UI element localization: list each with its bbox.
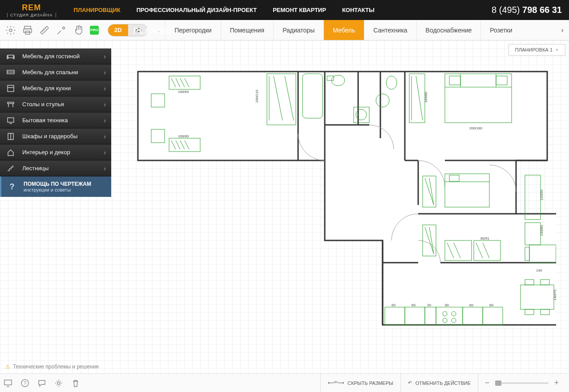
canvas[interactable]: ПЛАНИРОВКА 1 Мебель для гостиной› Мебель… [0,40,569,373]
trash-icon[interactable] [71,379,80,388]
furniture-sidebar: Мебель для гостиной› Мебель для спальни›… [0,48,111,197]
svg-text:100/60: 100/60 [178,134,189,138]
chevron-right-icon: › [104,133,106,140]
settings-icon[interactable] [5,25,16,36]
zoom-out-icon[interactable]: − [484,378,491,388]
bed-icon [5,68,16,76]
chevron-right-icon: › [104,165,106,172]
chevron-right-icon: › [104,85,106,92]
chevron-right-icon: › [104,101,106,108]
svg-text:60: 60 [469,303,473,307]
svg-text:60: 60 [391,303,395,307]
tools-icon[interactable] [56,25,67,36]
svg-point-0 [9,29,12,32]
zoom-slider[interactable] [495,382,549,384]
svg-text:130/60: 130/60 [540,225,544,236]
print-icon[interactable] [22,25,33,36]
svg-text:200/110: 200/110 [255,90,259,103]
screen-icon[interactable] [4,379,12,388]
undo-icon: ↶ [408,380,412,386]
sofa-icon [5,52,16,60]
sidebar-item-kitchen[interactable]: Мебель для кухни› [0,80,111,96]
warning-icon: ⚠ [5,364,10,370]
kitchen-icon [5,84,16,92]
svg-text:60: 60 [489,303,493,307]
nav-planner[interactable]: ПЛАНИРОВЩИК [74,7,121,13]
svg-text:200/180: 200/180 [469,126,482,130]
tv-icon [5,116,16,124]
svg-rect-89 [4,380,12,385]
tech-issues-link[interactable]: ⚠ Технические проблемы и решения [5,364,99,370]
nav-contacts[interactable]: КОНТАКТЫ [342,7,375,13]
logo-subtitle: СТУДИЯ ДИЗАЙНА [7,13,56,17]
phone-number: 8 (495) 798 66 31 [492,5,562,15]
hide-dimensions-button[interactable]: ⟵⁸⁰⟶ СКРЫТЬ РАЗМЕРЫ [320,374,400,392]
sidebar-item-tables[interactable]: Столы и стулья› [0,96,111,112]
home-icon [5,148,16,156]
chat-icon[interactable] [37,379,46,388]
gear-icon[interactable] [54,379,63,388]
tool-icons: PRO [0,25,104,36]
sidebar-item-appliances[interactable]: Бытовая техника› [0,112,111,128]
stairs-icon [5,164,16,172]
zoom-control: − + [478,374,565,392]
view-2d[interactable]: 2D [108,24,128,36]
layout-selector[interactable]: ПЛАНИРОВКА 1 [508,44,565,56]
undo-button[interactable]: ↶ ОТМЕНИТЬ ДЕЙСТВИЕ [400,374,478,392]
svg-text:60: 60 [412,303,416,307]
help-title: ПОМОЩЬ ПО ЧЕРТЕЖАМ [24,181,91,187]
logo[interactable]: REMPLANNER СТУДИЯ ДИЗАЙНА [7,3,56,17]
svg-rect-14 [8,118,14,122]
svg-text:100/60: 100/60 [178,90,189,94]
svg-text:140: 140 [536,268,542,272]
svg-text:135/50: 135/50 [540,189,544,200]
svg-text:80/51: 80/51 [480,236,490,240]
sidebar-help[interactable]: ? ПОМОЩЬ ПО ЧЕРТЕЖАМ инструкции и советы [0,176,111,197]
nav-links: ПЛАНИРОВЩИК ПРОФЕССИОНАЛЬНЫЙ ДИЗАЙН-ПРОЕ… [74,7,375,13]
nav-design[interactable]: ПРОФЕССИОНАЛЬНЫЙ ДИЗАЙН-ПРОЕКТ [137,7,257,13]
bottom-bar: ? ⟵⁸⁰⟶ СКРЫТЬ РАЗМЕРЫ ↶ ОТМЕНИТЬ ДЕЙСТВИ… [0,373,569,392]
svg-rect-1 [24,26,31,29]
sidebar-item-bedroom[interactable]: Мебель для спальни› [0,64,111,80]
sidebar-item-living[interactable]: Мебель для гостиной› [0,48,111,64]
svg-rect-56 [525,175,541,220]
sidebar-item-wardrobes[interactable]: Шкафы и гардеробы› [0,128,111,144]
svg-text:?: ? [24,380,26,386]
svg-text:165/60: 165/60 [424,92,428,103]
pro-badge[interactable]: PRO [90,26,99,35]
dimension-icon: ⟵⁸⁰⟶ [328,380,344,385]
sidebar-item-decor[interactable]: Интерьер и декор› [0,144,111,160]
hand-icon[interactable] [73,25,84,36]
top-nav: REMPLANNER СТУДИЯ ДИЗАЙНА ПЛАНИРОВЩИК ПР… [0,0,569,20]
ruler-icon[interactable] [39,25,50,36]
svg-point-93 [57,382,60,384]
svg-text:80: 80 [445,303,449,307]
svg-rect-2 [24,29,32,32]
chevron-right-icon: › [104,53,106,60]
svg-text:140/70: 140/70 [553,289,556,300]
question-icon: ? [7,182,17,192]
svg-text:20: 20 [427,303,431,307]
table-icon [5,100,16,108]
floor-plan[interactable]: 100/60 100/60 200/110 200/180 165/60 [133,67,556,343]
chevron-right-icon: › [104,69,106,76]
svg-rect-4 [8,55,14,58]
zoom-in-icon[interactable]: + [553,378,560,388]
help-subtitle: инструкции и советы [24,187,91,192]
nav-repair[interactable]: РЕМОНТ КВАРТИР [273,7,326,13]
help-icon[interactable]: ? [20,379,29,388]
sidebar-item-stairs[interactable]: Лестницы› [0,160,111,176]
svg-rect-11 [8,102,14,104]
tabs-next-icon[interactable]: › [556,26,569,34]
logo-rem: REM [22,3,41,12]
svg-rect-9 [8,85,14,92]
wardrobe-icon [5,132,16,140]
chevron-right-icon: › [104,117,106,124]
chevron-right-icon: › [104,149,106,156]
